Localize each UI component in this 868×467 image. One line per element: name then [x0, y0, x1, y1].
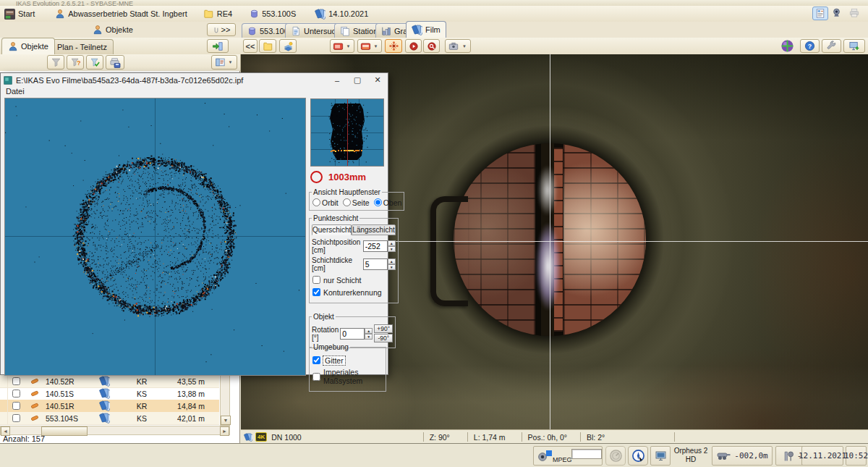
nur-schicht-checkbox[interactable] [312, 276, 320, 284]
help-icon: ? [804, 41, 815, 51]
document-icon [291, 26, 301, 36]
settings-button[interactable] [822, 39, 841, 53]
tab-objekte-left[interactable]: Objekte [1, 38, 55, 54]
svg-text:?: ? [808, 43, 812, 50]
breadcrumb-client[interactable]: Abwasserbetrieb Stadt St. Ingbert [55, 9, 187, 19]
minimize-button[interactable]: – [327, 73, 347, 87]
dial-blue-icon [631, 449, 645, 463]
breadcrumb-bar: Start Abwasserbetrieb Stadt St. Ingbert … [0, 6, 868, 22]
pointcloud-button[interactable] [385, 39, 402, 53]
table-row[interactable]: 553.104S KS 42,01 m [0, 412, 219, 425]
camera-recording-icon [537, 450, 553, 463]
pos-value: Pos.: 0h, 0° [528, 433, 567, 442]
objects-icon [8, 41, 18, 51]
wrench-icon [826, 41, 837, 51]
rotation-spinner[interactable]: ▲▼ [365, 328, 373, 340]
menu-datei[interactable]: Datei [1, 87, 388, 97]
red-play-icon [409, 41, 419, 51]
table-row[interactable]: 140.51S KS 13,88 m [0, 387, 219, 400]
printer-save-icon [109, 57, 121, 68]
video-source-button[interactable]: ▼ [330, 39, 354, 53]
tab-film[interactable]: Film [406, 21, 446, 38]
pointcloud-window-titlebar[interactable]: E:\IKAS Evo Filme\ba545a23-64da-487f-b3d… [1, 73, 388, 87]
radio-oben[interactable]: Oben [373, 198, 402, 207]
collapse-panel-button[interactable] [207, 39, 229, 53]
webcam-button[interactable] [831, 7, 842, 18]
schichtdicke-spinner[interactable]: ▲▼ [388, 258, 396, 270]
help-button[interactable]: ? [800, 39, 820, 53]
back-button[interactable]: << [243, 39, 258, 53]
radio-orbit[interactable]: Orbit [312, 198, 339, 207]
profile-preview-canvas[interactable] [310, 98, 384, 167]
filter-apply-button[interactable] [86, 55, 103, 70]
print-save-button[interactable] [106, 55, 124, 70]
folder-icon [203, 9, 214, 19]
table-row-selected[interactable]: 140.51R KR 14,84 m [0, 400, 219, 413]
camera-name: Orpheus 2 HD [672, 447, 710, 464]
panel-layout-button[interactable]: ▼ [211, 55, 237, 70]
breadcrumb-start[interactable]: Start [4, 9, 35, 20]
green-arrow-icon [212, 41, 224, 51]
schichtdicke-input[interactable] [363, 258, 388, 270]
crawler-distance: -002,0m [734, 451, 767, 460]
rotate-minus90-button[interactable]: -90° [374, 334, 393, 342]
dial-button-disabled[interactable] [605, 446, 626, 466]
breadcrumb-project[interactable]: RE4 [203, 9, 232, 19]
tab-querschicht[interactable]: Querschicht [312, 224, 352, 235]
filter-edit-button[interactable]: ? [67, 55, 84, 70]
snapshot-button[interactable]: ▼ [445, 39, 471, 53]
row-checkbox[interactable] [12, 390, 20, 397]
pipe-icon [24, 413, 46, 423]
rotate-plus90-button[interactable]: +90° [374, 324, 393, 333]
video-mode-button[interactable]: ▼ [357, 39, 382, 53]
schichtposition-spinner[interactable]: ▲▼ [388, 240, 396, 252]
pointcloud-window[interactable]: E:\IKAS Evo Filme\ba545a23-64da-487f-b3d… [0, 72, 388, 375]
monitor-button[interactable] [650, 446, 671, 466]
radio-seite[interactable]: Seite [342, 198, 370, 207]
video-status-bar: 4K DN 1000 Z: 90° L: 1,74 m Pos.: 0h, 0°… [241, 429, 868, 444]
monitor-plus-icon [848, 41, 860, 51]
report-view-button[interactable] [812, 7, 828, 20]
layers-button[interactable] [279, 39, 297, 53]
z-value: Z: 90° [430, 433, 450, 442]
row-checkbox[interactable] [12, 377, 20, 385]
inspect-film-button[interactable] [423, 39, 440, 53]
film-pages-icon [88, 376, 121, 387]
clip-icon [213, 25, 220, 35]
svg-text:?: ? [77, 59, 80, 67]
scrollbar-thumb[interactable] [41, 426, 88, 436]
row-checkbox[interactable] [12, 414, 20, 422]
diameter-readout: 1003mm [310, 171, 366, 183]
more-tools-button[interactable]: >> [207, 23, 236, 36]
table-row[interactable]: 140.52R KR 43,55 m [0, 375, 219, 388]
time-cell: 10:52 [846, 446, 867, 466]
breadcrumb-object[interactable]: 553.100S [250, 9, 296, 19]
database-icon [250, 9, 259, 19]
film-pages-icon [412, 25, 422, 35]
pipe-icon [24, 376, 46, 386]
maximize-button[interactable]: ▢ [347, 73, 367, 87]
breadcrumb-inspection[interactable]: 14.10.2021 [315, 9, 368, 20]
konturerkennung-checkbox[interactable] [312, 288, 320, 296]
imperial-checkbox[interactable] [312, 373, 320, 381]
toolbar-row: Objekte Plan - Teilnetz << ▼ ▼ ▼ ? [0, 38, 868, 55]
date-cell: 12.11.2021 [801, 446, 843, 466]
play-film-button[interactable] [405, 39, 422, 53]
navigation-sphere-button[interactable] [780, 39, 794, 53]
schichtposition-input[interactable] [363, 240, 388, 252]
dial-button-active[interactable] [628, 446, 648, 466]
pointcloud-canvas[interactable] [4, 98, 306, 376]
open-folder-button[interactable] [259, 39, 276, 53]
vertical-scrollbar[interactable]: ▼ [220, 374, 230, 426]
printer-button[interactable] [848, 7, 860, 18]
row-checkbox[interactable] [12, 402, 20, 410]
crawler-distance-cell: -002,0m [712, 446, 773, 466]
add-view-button[interactable] [843, 39, 865, 53]
rotation-input[interactable] [340, 328, 365, 340]
objekte-header: Objekte [93, 25, 133, 35]
gitter-checkbox[interactable] [312, 356, 320, 364]
funnel-question-icon: ? [70, 57, 81, 67]
filter-clear-button[interactable] [47, 55, 64, 70]
close-button[interactable]: ✕ [367, 73, 388, 87]
tab-laengsschicht[interactable]: Längsschicht [352, 224, 395, 235]
